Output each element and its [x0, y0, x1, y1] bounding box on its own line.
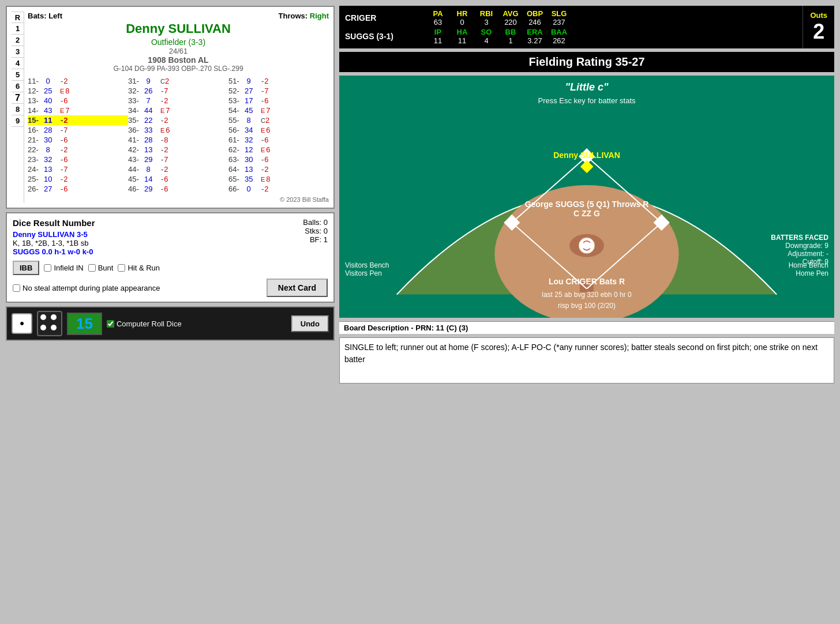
- roll-34: 34-44E 7: [128, 106, 228, 115]
- computer-roll-input[interactable]: [107, 320, 114, 328]
- dice-result-box: Dice Result Number Denny SULLIVAN 3-5 K,…: [6, 212, 335, 303]
- home-bench-area: Home Bench Home Pen: [789, 261, 828, 277]
- roll-42: 42-13-2: [128, 145, 228, 155]
- row-1: 1: [12, 23, 24, 35]
- pitcher-stats: IP 11 HA 11 SO 4 BB 1: [426, 28, 797, 45]
- roll-55: 55- 8 C2: [228, 115, 329, 125]
- dice-counts: Balls: 0 Stks: 0 BF: 1: [303, 218, 328, 244]
- infield-in-checkbox[interactable]: Infield IN: [44, 264, 83, 272]
- row-7: 7: [12, 92, 24, 104]
- white-die[interactable]: •: [12, 313, 32, 334]
- dice-result-pitcher: SUGGS 0.0 h-1 w-0 k-0: [13, 247, 95, 256]
- dice-col-2: 31- 9 C2 32-26-7 33- 7-2 34-44E 7 35-22-…: [128, 76, 228, 194]
- stat-ha: HA 11: [450, 28, 474, 45]
- bunt-checkbox[interactable]: Bunt: [88, 264, 114, 272]
- roll-51: 51- 9-2: [228, 76, 329, 86]
- bunt-input[interactable]: [88, 264, 96, 272]
- roll-62: 62-12E 6: [228, 145, 329, 155]
- copyright: © 2023 Bill Staffa: [28, 196, 329, 203]
- batter-row: CRIGER PA 63 HR 0 RBI 3: [345, 9, 797, 27]
- roll-46: 46-29-6: [128, 184, 228, 194]
- no-steal-input[interactable]: [13, 284, 20, 292]
- roll-23: 23-32-6: [28, 155, 128, 164]
- roll-13: 13-40-6: [28, 96, 128, 106]
- stat-obp: OBP 246: [523, 9, 547, 27]
- roll-12: 12-25E 8: [28, 86, 128, 96]
- pitcher-field-label: George SUGGS (5 Q1) Throws R: [339, 200, 834, 209]
- row-numbers: R 1 2 3 4 5 6 7 8 9: [12, 12, 24, 203]
- row-6: 6: [12, 81, 24, 92]
- throws-info: Throws: Right: [279, 12, 329, 20]
- right-panel: CRIGER PA 63 HR 0 RBI 3: [339, 6, 834, 384]
- batter-field-stats1: last 25 ab bvg 320 ebh 0 hr 0: [339, 291, 834, 299]
- computer-roll-checkbox[interactable]: Computer Roll Dice: [107, 319, 182, 328]
- roll-45: 45-14-6: [128, 174, 228, 184]
- fielding-header: Fielding Rating 35-27: [339, 52, 834, 72]
- no-steal-row: No steal attempt during plate appearance…: [13, 279, 328, 297]
- pitcher-field-label2: C ZZ G: [339, 209, 834, 218]
- field-player-name: Denny SULLIVAN: [553, 151, 620, 160]
- dice-result-title: Dice Result Number: [13, 218, 95, 228]
- roll-25: 25-10-2: [28, 174, 128, 184]
- stat-ip: IP 11: [426, 28, 450, 45]
- card-header: Bats: Left Throws: Right: [28, 12, 329, 20]
- roll-11: 11- 0-2: [28, 76, 128, 86]
- roll-16: 16-28-7: [28, 125, 128, 135]
- player-card: R 1 2 3 4 5 6 7 8 9 Bats: Left: [6, 6, 335, 209]
- row-8: 8: [12, 104, 24, 115]
- roll-41: 41-28-8: [128, 135, 228, 145]
- roll-53: 53-17-6: [228, 96, 329, 106]
- ibb-button[interactable]: IBB: [13, 261, 39, 275]
- stat-rbi: RBI 3: [474, 9, 498, 27]
- undo-button[interactable]: Undo: [291, 315, 329, 332]
- visitors-bench-area: Visitors Bench Visitors Pen: [345, 261, 389, 277]
- roll-52: 52-27-7: [228, 86, 329, 96]
- board-desc-header: Board Description - PRN: 11 (C) (3): [339, 321, 834, 334]
- roll-26: 26-27-6: [28, 184, 128, 194]
- next-card-button[interactable]: Next Card: [267, 279, 328, 297]
- stat-slg: SLG 237: [547, 9, 571, 27]
- roll-32: 32-26-7: [128, 86, 228, 96]
- stat-avg: AVG 220: [498, 9, 523, 27]
- dot1: [40, 314, 46, 320]
- batters-faced-title: BATTERS FACED: [771, 234, 828, 242]
- dice-col-1: 11- 0-2 12-25E 8 13-40-6 14-43E 7 15-11-…: [28, 76, 128, 194]
- roll-56: 56-34E 6: [228, 125, 329, 135]
- dice-col-3: 51- 9-2 52-27-7 53-17-6 54-45E 7 55- 8 C…: [228, 76, 329, 194]
- batter-name: CRIGER: [345, 13, 426, 22]
- pitcher-row: SUGGS (3-1) IP 11 HA 11 SO 4: [345, 28, 797, 45]
- pitcher-field-area: George SUGGS (5 Q1) Throws R C ZZ G: [339, 200, 834, 218]
- stat-era: ERA 3.27: [523, 28, 547, 45]
- player-team: 1908 Boston AL: [28, 55, 329, 65]
- dot2: [51, 314, 57, 320]
- baseball-field: "Little c" Press Esc key for batter stat…: [339, 76, 834, 318]
- hit-run-input[interactable]: [118, 264, 125, 272]
- infield-in-input[interactable]: [44, 264, 51, 272]
- score-left: CRIGER PA 63 HR 0 RBI 3: [339, 6, 802, 48]
- hit-run-checkbox[interactable]: Hit & Run: [118, 264, 160, 272]
- batter-stats: PA 63 HR 0 RBI 3 AVG 220: [426, 9, 797, 27]
- svg-point-11: [579, 238, 595, 254]
- player-position: Outfielder (3-3): [28, 37, 329, 47]
- roll-31: 31- 9 C2: [128, 76, 228, 86]
- stat-bb: BB 1: [498, 28, 523, 45]
- dice-result-player: Denny SULLIVAN 3-5: [13, 230, 95, 239]
- black-die[interactable]: [37, 311, 62, 336]
- row-r-label: R: [12, 12, 24, 23]
- roll-61: 61-32-6: [228, 135, 329, 145]
- dot3: [40, 325, 46, 330]
- outs-box: Outs 2: [802, 6, 834, 48]
- bats-info: Bats: Left: [28, 12, 62, 20]
- board-desc-body: SINGLE to left; runner out at home (F sc…: [339, 337, 834, 384]
- roll-33: 33- 7-2: [128, 96, 228, 106]
- player-field-area: Denny SULLIVAN: [553, 151, 620, 171]
- no-steal-checkbox[interactable]: No steal attempt during plate appearance: [13, 284, 160, 292]
- roll-15: 15-11-2: [28, 115, 128, 125]
- roll-24: 24-13-7: [28, 164, 128, 174]
- row-5: 5: [12, 69, 24, 81]
- stat-hr: HR 0: [450, 9, 474, 27]
- roll-14: 14-43E 7: [28, 106, 128, 115]
- row-3: 3: [12, 46, 24, 58]
- stat-baa: BAA 262: [547, 28, 571, 45]
- player-name: Denny SULLIVAN: [28, 21, 329, 36]
